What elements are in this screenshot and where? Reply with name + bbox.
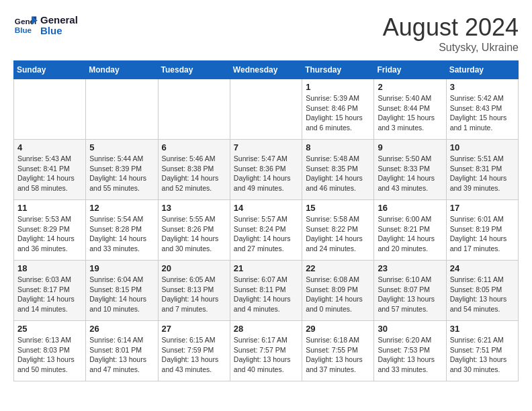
day-info: Sunrise: 6:08 AM Sunset: 8:09 PM Dayligh… (306, 275, 370, 314)
calendar-cell: 27Sunrise: 6:15 AM Sunset: 7:59 PM Dayli… (158, 321, 230, 381)
logo: General Blue General Blue (13, 13, 78, 38)
day-info: Sunrise: 5:50 AM Sunset: 8:33 PM Dayligh… (378, 154, 442, 193)
day-number: 15 (306, 203, 370, 213)
day-info: Sunrise: 6:14 AM Sunset: 8:01 PM Dayligh… (89, 335, 154, 375)
calendar-cell (86, 79, 158, 140)
calendar-cell: 13Sunrise: 5:55 AM Sunset: 8:26 PM Dayli… (158, 200, 230, 261)
weekday-header-row: SundayMondayTuesdayWednesdayThursdayFrid… (14, 61, 519, 79)
day-info: Sunrise: 6:20 AM Sunset: 7:53 PM Dayligh… (378, 335, 442, 375)
day-info: Sunrise: 6:10 AM Sunset: 8:07 PM Dayligh… (378, 275, 442, 314)
day-info: Sunrise: 6:00 AM Sunset: 8:21 PM Dayligh… (378, 214, 442, 254)
calendar-cell (230, 79, 302, 140)
day-number: 10 (450, 142, 515, 152)
day-info: Sunrise: 5:40 AM Sunset: 8:44 PM Dayligh… (378, 93, 442, 133)
day-number: 20 (162, 263, 226, 273)
calendar-cell: 29Sunrise: 6:18 AM Sunset: 7:55 PM Dayli… (302, 321, 374, 381)
day-number: 11 (17, 203, 82, 213)
day-info: Sunrise: 6:13 AM Sunset: 8:03 PM Dayligh… (17, 335, 82, 375)
day-number: 24 (450, 263, 515, 273)
day-info: Sunrise: 6:17 AM Sunset: 7:57 PM Dayligh… (234, 335, 298, 375)
calendar-cell (14, 79, 86, 140)
calendar-cell (158, 79, 230, 140)
day-info: Sunrise: 5:54 AM Sunset: 8:28 PM Dayligh… (89, 214, 154, 254)
day-number: 19 (89, 263, 154, 273)
day-info: Sunrise: 6:15 AM Sunset: 7:59 PM Dayligh… (162, 335, 226, 375)
calendar-cell: 23Sunrise: 6:10 AM Sunset: 8:07 PM Dayli… (374, 261, 446, 321)
day-number: 4 (17, 142, 82, 152)
logo-text-blue: Blue (40, 26, 78, 37)
day-info: Sunrise: 6:03 AM Sunset: 8:17 PM Dayligh… (17, 275, 82, 314)
calendar-cell: 21Sunrise: 6:07 AM Sunset: 8:11 PM Dayli… (230, 261, 302, 321)
day-number: 23 (378, 263, 442, 273)
calendar-cell: 26Sunrise: 6:14 AM Sunset: 8:01 PM Dayli… (86, 321, 158, 381)
weekday-header-sunday: Sunday (14, 61, 86, 79)
day-number: 5 (89, 142, 154, 152)
day-info: Sunrise: 5:51 AM Sunset: 8:31 PM Dayligh… (450, 154, 515, 193)
day-number: 22 (306, 263, 370, 273)
calendar-cell: 3Sunrise: 5:42 AM Sunset: 8:43 PM Daylig… (446, 79, 518, 140)
day-number: 28 (234, 324, 298, 334)
calendar-cell: 15Sunrise: 5:58 AM Sunset: 8:22 PM Dayli… (302, 200, 374, 261)
month-year-title: August 2024 (383, 13, 519, 42)
calendar-cell: 19Sunrise: 6:04 AM Sunset: 8:15 PM Dayli… (86, 261, 158, 321)
day-number: 30 (378, 324, 442, 334)
day-number: 12 (89, 203, 154, 213)
day-number: 18 (17, 263, 82, 273)
weekday-header-wednesday: Wednesday (230, 61, 302, 79)
day-number: 17 (450, 203, 515, 213)
calendar-cell: 30Sunrise: 6:20 AM Sunset: 7:53 PM Dayli… (374, 321, 446, 381)
day-number: 1 (306, 82, 370, 92)
day-number: 21 (234, 263, 298, 273)
day-info: Sunrise: 6:21 AM Sunset: 7:51 PM Dayligh… (450, 335, 515, 375)
location-subtitle: Sutysky, Ukraine (383, 42, 519, 54)
day-info: Sunrise: 5:44 AM Sunset: 8:39 PM Dayligh… (89, 154, 154, 193)
calendar-cell: 14Sunrise: 5:57 AM Sunset: 8:24 PM Dayli… (230, 200, 302, 261)
weekday-header-saturday: Saturday (446, 61, 518, 79)
title-block: August 2024 Sutysky, Ukraine (383, 13, 519, 54)
calendar-week-3: 11Sunrise: 5:53 AM Sunset: 8:29 PM Dayli… (14, 200, 519, 261)
day-number: 9 (378, 142, 442, 152)
day-number: 31 (450, 324, 515, 334)
day-number: 26 (89, 324, 154, 334)
day-info: Sunrise: 5:57 AM Sunset: 8:24 PM Dayligh… (234, 214, 298, 254)
calendar-table: SundayMondayTuesdayWednesdayThursdayFrid… (13, 60, 519, 381)
calendar-cell: 11Sunrise: 5:53 AM Sunset: 8:29 PM Dayli… (14, 200, 86, 261)
calendar-cell: 1Sunrise: 5:39 AM Sunset: 8:46 PM Daylig… (302, 79, 374, 140)
logo-icon: General Blue (13, 13, 38, 38)
day-number: 25 (17, 324, 82, 334)
day-number: 13 (162, 203, 226, 213)
calendar-cell: 31Sunrise: 6:21 AM Sunset: 7:51 PM Dayli… (446, 321, 518, 381)
calendar-cell: 24Sunrise: 6:11 AM Sunset: 8:05 PM Dayli… (446, 261, 518, 321)
day-info: Sunrise: 6:05 AM Sunset: 8:13 PM Dayligh… (162, 275, 226, 314)
calendar-cell: 9Sunrise: 5:50 AM Sunset: 8:33 PM Daylig… (374, 140, 446, 200)
calendar-cell: 2Sunrise: 5:40 AM Sunset: 8:44 PM Daylig… (374, 79, 446, 140)
weekday-header-thursday: Thursday (302, 61, 374, 79)
calendar-cell: 16Sunrise: 6:00 AM Sunset: 8:21 PM Dayli… (374, 200, 446, 261)
day-info: Sunrise: 5:46 AM Sunset: 8:38 PM Dayligh… (162, 154, 226, 193)
day-info: Sunrise: 5:47 AM Sunset: 8:36 PM Dayligh… (234, 154, 298, 193)
calendar-cell: 22Sunrise: 6:08 AM Sunset: 8:09 PM Dayli… (302, 261, 374, 321)
day-number: 3 (450, 82, 515, 92)
day-number: 7 (234, 142, 298, 152)
calendar-week-5: 25Sunrise: 6:13 AM Sunset: 8:03 PM Dayli… (14, 321, 519, 381)
calendar-week-4: 18Sunrise: 6:03 AM Sunset: 8:17 PM Dayli… (14, 261, 519, 321)
weekday-header-monday: Monday (86, 61, 158, 79)
day-info: Sunrise: 6:18 AM Sunset: 7:55 PM Dayligh… (306, 335, 370, 375)
day-info: Sunrise: 5:53 AM Sunset: 8:29 PM Dayligh… (17, 214, 82, 254)
calendar-week-1: 1Sunrise: 5:39 AM Sunset: 8:46 PM Daylig… (14, 79, 519, 140)
calendar-cell: 17Sunrise: 6:01 AM Sunset: 8:19 PM Dayli… (446, 200, 518, 261)
day-info: Sunrise: 5:42 AM Sunset: 8:43 PM Dayligh… (450, 93, 515, 133)
day-info: Sunrise: 6:07 AM Sunset: 8:11 PM Dayligh… (234, 275, 298, 314)
weekday-header-tuesday: Tuesday (158, 61, 230, 79)
day-info: Sunrise: 6:01 AM Sunset: 8:19 PM Dayligh… (450, 214, 515, 254)
day-info: Sunrise: 6:04 AM Sunset: 8:15 PM Dayligh… (89, 275, 154, 314)
calendar-cell: 20Sunrise: 6:05 AM Sunset: 8:13 PM Dayli… (158, 261, 230, 321)
day-number: 29 (306, 324, 370, 334)
day-info: Sunrise: 5:39 AM Sunset: 8:46 PM Dayligh… (306, 93, 370, 133)
day-info: Sunrise: 5:58 AM Sunset: 8:22 PM Dayligh… (306, 214, 370, 254)
calendar-cell: 12Sunrise: 5:54 AM Sunset: 8:28 PM Dayli… (86, 200, 158, 261)
calendar-cell: 4Sunrise: 5:43 AM Sunset: 8:41 PM Daylig… (14, 140, 86, 200)
day-number: 2 (378, 82, 442, 92)
weekday-header-friday: Friday (374, 61, 446, 79)
logo-text-general: General (40, 15, 78, 26)
